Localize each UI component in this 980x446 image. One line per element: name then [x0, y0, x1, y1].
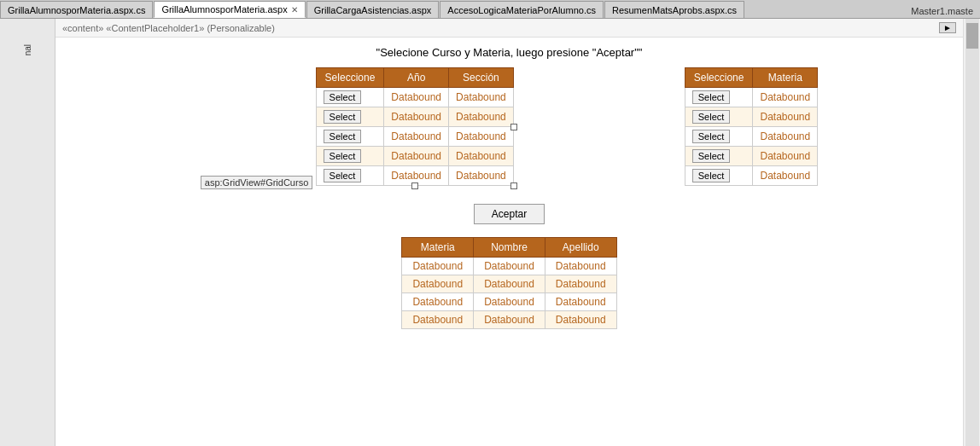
right-panel: [963, 19, 980, 446]
grid2-header-seleccione: Seleccione: [685, 68, 753, 88]
grid2-select-btn-3[interactable]: Select: [692, 149, 731, 163]
grid2-select-btn-4[interactable]: Select: [692, 169, 731, 182]
tab-label: AccesoLogicaMateriaPorAlumno.cs: [447, 5, 596, 15]
grid1-label: asp:GridView#GridCurso: [201, 176, 312, 189]
tab-label: GrillaAlumnosporMateria.aspx: [161, 4, 287, 14]
grid1-header-seccion: Sección: [449, 68, 514, 88]
grid3-cell-0-0: Databound: [402, 258, 474, 275]
grid2-cell-3-1: Databound: [753, 147, 818, 166]
tab-resumen[interactable]: ResumenMatsAprobs.aspx.cs: [604, 1, 744, 18]
grid2-header-materia: Materia: [753, 68, 818, 88]
tab-label: GrillaAlumnosporMateria.aspx.cs: [8, 5, 145, 15]
page-title: "Selecione Curso y Materia, luego presio…: [55, 38, 963, 67]
tab-label: ResumenMatsAprobs.aspx.cs: [612, 5, 737, 15]
grid3-cell-3-1: Databound: [474, 311, 545, 329]
grid3-table: Materia Nombre Apellido DataboundDatabou…: [401, 237, 616, 329]
grid2-table: Seleccione Materia SelectDataboundSelect…: [685, 67, 818, 186]
grid1-select-btn-2[interactable]: Select: [324, 130, 362, 143]
grid2-select-btn-1[interactable]: Select: [692, 110, 731, 124]
grid3-cell-2-2: Databound: [545, 293, 616, 311]
resize-handle-right[interactable]: [510, 124, 517, 130]
main-area: nal «content» «ContentPlaceholder1» (Per…: [0, 19, 980, 446]
grid1-select-btn-3[interactable]: Select: [324, 149, 362, 163]
grid3-cell-3-0: Databound: [402, 311, 474, 329]
breadcrumb-bar: «content» «ContentPlaceholder1» (Persona…: [55, 19, 963, 38]
resize-handle-bottom[interactable]: [411, 182, 418, 189]
grid1-cell-4-2: Databound: [449, 166, 514, 186]
aceptar-button[interactable]: Aceptar: [474, 204, 545, 224]
grid3-cell-0-1: Databound: [474, 258, 545, 275]
grid1-container: asp:GridView#GridCurso Seleccione Año Se…: [201, 67, 514, 191]
scrollbar-thumb[interactable]: [966, 23, 978, 49]
grid3-cell-1-2: Databound: [545, 275, 616, 293]
grid3-header-nombre: Nombre: [474, 238, 545, 258]
close-icon[interactable]: ✕: [291, 5, 298, 14]
scrollbar[interactable]: [965, 19, 979, 446]
grid1-select-btn-0[interactable]: Select: [324, 90, 362, 104]
grid3-cell-0-2: Databound: [545, 258, 616, 275]
tab-grillacarga[interactable]: GrillaCargaAsistencias.aspx: [306, 1, 440, 18]
grid2-cell-0-1: Databound: [753, 88, 818, 107]
tab-grillaalumnos-aspx[interactable]: GrillaAlumnosporMateria.aspx ✕: [154, 1, 305, 18]
grid1-cell-0-2: Databound: [449, 88, 514, 107]
grid3-cell-2-1: Databound: [474, 293, 545, 311]
sidebar: nal: [0, 19, 55, 446]
grid3-header-materia: Materia: [402, 238, 474, 258]
grid1-header-anio: Año: [384, 68, 449, 88]
tab-accesoLogica[interactable]: AccesoLogicaMateriaPorAlumno.cs: [440, 1, 604, 18]
grid1-wrapper: Seleccione Año Sección SelectDataboundDa…: [316, 67, 514, 186]
grid3-cell-1-1: Databound: [474, 275, 545, 293]
arrow-button[interactable]: ►: [939, 22, 956, 33]
aceptar-section: Aceptar: [55, 191, 963, 237]
grid2-cell-2-1: Databound: [753, 127, 818, 147]
grid3-cell-1-0: Databound: [402, 275, 474, 293]
grid2-select-btn-0[interactable]: Select: [692, 90, 731, 104]
grid1-cell-0-1: Databound: [384, 88, 449, 107]
tab-grillaalumnos-cs[interactable]: GrillaAlumnosporMateria.aspx.cs: [0, 1, 153, 18]
tab-label: GrillaCargaAsistencias.aspx: [314, 5, 432, 15]
grid3-cell-2-0: Databound: [402, 293, 474, 311]
right-tab-label: Master1.maste: [911, 6, 973, 16]
grid1-table: Seleccione Año Sección SelectDataboundDa…: [316, 67, 514, 186]
right-tab[interactable]: Master1.maste: [904, 4, 980, 18]
grid2-container: Seleccione Materia SelectDataboundSelect…: [685, 67, 818, 191]
grid1-select-btn-4[interactable]: Select: [324, 169, 362, 182]
sidebar-label: nal: [23, 44, 32, 55]
grid1-cell-1-1: Databound: [384, 107, 449, 127]
tab-bar: GrillaAlumnosporMateria.aspx.cs GrillaAl…: [0, 0, 980, 19]
grid2-select-btn-2[interactable]: Select: [692, 130, 731, 143]
grid1-cell-2-1: Databound: [384, 127, 449, 147]
grid2-cell-1-1: Databound: [753, 107, 818, 127]
bottom-grid-section: Materia Nombre Apellido DataboundDatabou…: [55, 237, 963, 329]
grids-section: asp:GridView#GridCurso Seleccione Año Se…: [55, 67, 963, 191]
grid1-cell-3-2: Databound: [449, 147, 514, 166]
grid1-header-seleccione: Seleccione: [316, 68, 384, 88]
grid3-header-apellido: Apellido: [545, 238, 616, 258]
grid1-cell-2-2: Databound: [449, 127, 514, 147]
resize-handle-corner[interactable]: [510, 182, 517, 189]
grid3-cell-3-2: Databound: [545, 311, 616, 329]
grid1-select-btn-1[interactable]: Select: [324, 110, 362, 124]
grid1-cell-3-1: Databound: [384, 147, 449, 166]
breadcrumb: «content» «ContentPlaceholder1» (Persona…: [62, 23, 275, 33]
grid2-cell-4-1: Databound: [753, 166, 818, 186]
grid1-cell-1-2: Databound: [449, 107, 514, 127]
content-area: «content» «ContentPlaceholder1» (Persona…: [55, 19, 963, 446]
